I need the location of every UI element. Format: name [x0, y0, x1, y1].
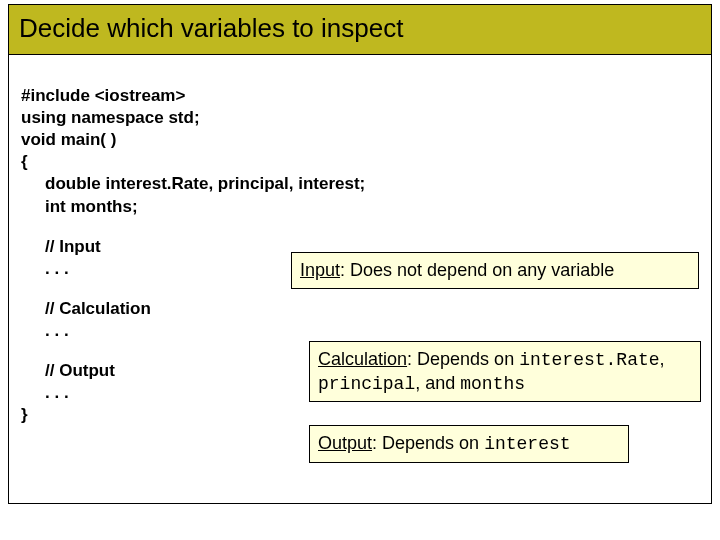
- callout-label: Input: [300, 260, 340, 280]
- callout-label: Calculation: [318, 349, 407, 369]
- slide: Decide which variables to inspect #inclu…: [8, 4, 712, 504]
- code-line: }: [21, 405, 28, 424]
- callout-text: : Does not depend on any variable: [340, 260, 614, 280]
- callout-text: : Depends on: [372, 433, 484, 453]
- callout-var: principal: [318, 374, 415, 394]
- code-line: // Calculation: [21, 298, 699, 320]
- callout-var: interest: [484, 434, 570, 454]
- page-title: Decide which variables to inspect: [19, 13, 701, 44]
- callout-text: : Depends on: [407, 349, 519, 369]
- content-area: #include <iostream> using namespace std;…: [9, 55, 711, 456]
- title-bar: Decide which variables to inspect: [9, 5, 711, 55]
- callout-var: interest.Rate: [519, 350, 659, 370]
- code-line: . . .: [21, 320, 699, 342]
- code-line: void main( ): [21, 130, 116, 149]
- code-line: int months;: [21, 196, 699, 218]
- callout-text: , and: [415, 373, 460, 393]
- code-line: {: [21, 152, 28, 171]
- callout-input: Input: Does not depend on any variable: [291, 252, 699, 289]
- callout-label: Output: [318, 433, 372, 453]
- callout-calculation: Calculation: Depends on interest.Rate, p…: [309, 341, 701, 402]
- callout-text: ,: [660, 349, 665, 369]
- callout-output: Output: Depends on interest: [309, 425, 629, 463]
- callout-var: months: [460, 374, 525, 394]
- code-line: double interest.Rate, principal, interes…: [21, 173, 699, 195]
- code-line: using namespace std;: [21, 108, 200, 127]
- code-line: #include <iostream>: [21, 86, 185, 105]
